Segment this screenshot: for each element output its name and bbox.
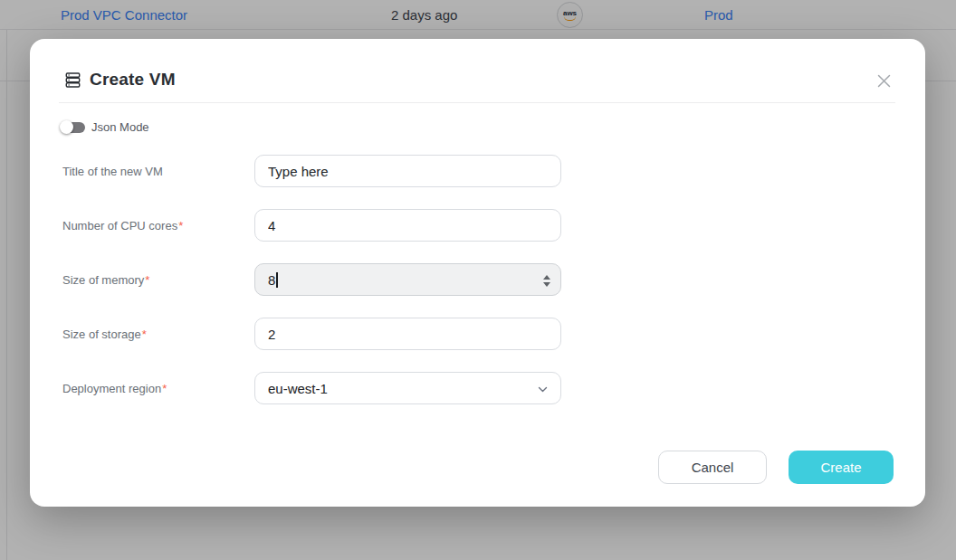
region-select[interactable]: eu-west-1 (254, 372, 561, 404)
spinner-up-icon[interactable] (543, 275, 550, 280)
header-divider (59, 102, 895, 103)
memory-label: Size of memory* (62, 263, 149, 296)
storage-input[interactable] (254, 318, 561, 350)
modal-header: Create VM (64, 70, 176, 90)
close-button[interactable] (874, 71, 894, 90)
storage-label: Size of storage* (62, 318, 147, 350)
field-row-storage: Size of storage* (30, 318, 925, 350)
modal-footer: Cancel Create (658, 451, 894, 484)
create-vm-modal: Create VM Json Mode Title of the new VM (30, 39, 925, 507)
region-label-text: Deployment region (62, 382, 161, 395)
region-label: Deployment region* (62, 372, 167, 404)
chevron-down-icon (536, 383, 550, 396)
json-mode-label: Json Mode (91, 120, 149, 134)
field-row-memory: Size of memory* 8 (30, 263, 925, 296)
toggle-thumb (60, 120, 73, 134)
field-row-cpu-cores: Number of CPU cores* (30, 209, 925, 242)
required-marker: * (145, 273, 149, 287)
field-row-vm-title: Title of the new VM (30, 155, 925, 187)
vm-title-input[interactable] (254, 155, 561, 187)
required-marker: * (162, 382, 167, 395)
cpu-cores-input[interactable] (254, 209, 561, 242)
vm-title-label: Title of the new VM (62, 155, 163, 187)
storage-label-text: Size of storage (62, 327, 141, 341)
close-icon (875, 72, 893, 90)
cpu-cores-label: Number of CPU cores* (62, 209, 183, 242)
region-selected-value: eu-west-1 (268, 381, 328, 396)
server-stack-icon (64, 71, 81, 89)
cancel-button[interactable]: Cancel (658, 451, 767, 484)
modal-title: Create VM (90, 70, 176, 90)
memory-value: 8 (268, 272, 275, 288)
cpu-cores-label-text: Number of CPU cores (62, 219, 177, 233)
create-button[interactable]: Create (789, 451, 894, 484)
json-mode-toggle[interactable] (60, 120, 85, 135)
field-row-region: Deployment region* eu-west-1 (30, 372, 925, 404)
screen: Prod VPC Connector 2 days ago aws Prod (0, 0, 956, 560)
spinner-down-icon[interactable] (543, 282, 550, 287)
required-marker: * (142, 327, 147, 341)
memory-input[interactable]: 8 (254, 263, 561, 296)
vm-title-label-text: Title of the new VM (62, 165, 163, 178)
memory-label-text: Size of memory (62, 273, 144, 287)
required-marker: * (178, 219, 183, 233)
json-mode-row: Json Mode (60, 119, 149, 135)
text-caret (276, 272, 278, 288)
number-spinner[interactable] (543, 264, 550, 297)
